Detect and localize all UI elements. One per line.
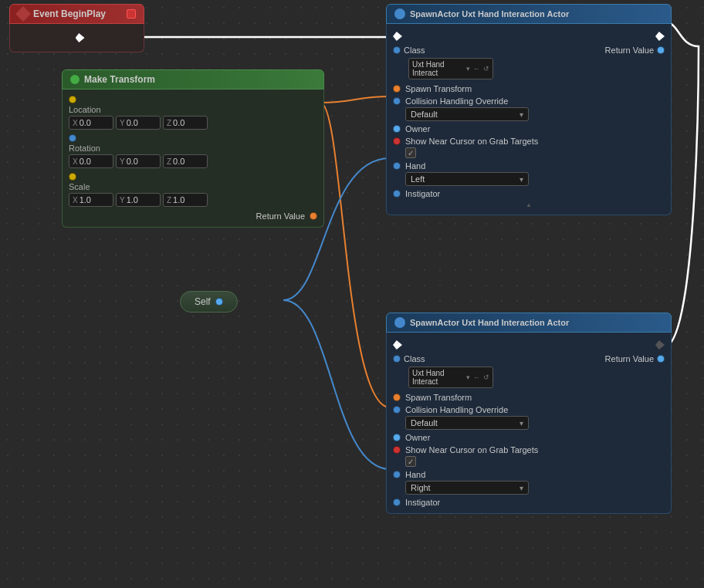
- spawn2-exec-out[interactable]: [655, 340, 665, 350]
- spawn1-collision-pin[interactable]: [393, 97, 401, 105]
- location-x[interactable]: X 0.0: [69, 116, 113, 130]
- spawn2-show-near-checkbox[interactable]: ✓: [405, 456, 416, 467]
- spawn2-instigator-label: Instigator: [405, 498, 440, 507]
- spawn2-owner-pin[interactable]: [393, 434, 401, 441]
- scale-label: Scale: [69, 182, 317, 191]
- spawn1-return-label: Return Value: [605, 46, 654, 55]
- spawn-actor-2-header: SpawnActor Uxt Hand Interaction Actor: [386, 313, 672, 333]
- event-begin-play-node: Event BeginPlay: [9, 4, 144, 52]
- spawn1-transform-pin[interactable]: [393, 85, 401, 93]
- spawn1-collision-dropdown[interactable]: Default ▾: [405, 107, 529, 121]
- spawn1-class-input[interactable]: Uxt Hand Interact ▾ ← ↺: [408, 58, 493, 79]
- spawn2-collision-dropdown[interactable]: Default ▾: [405, 416, 529, 430]
- spawn1-class-label: Class: [404, 46, 425, 55]
- spawn2-instigator-pin[interactable]: [393, 498, 401, 506]
- scale-x[interactable]: X 1.0: [69, 193, 113, 207]
- spawn1-show-near-pin[interactable]: [393, 137, 401, 145]
- event-icon: [15, 6, 31, 22]
- spawn1-hand-dropdown[interactable]: Left ▾: [405, 172, 529, 186]
- event-begin-play-header: Event BeginPlay: [9, 4, 144, 24]
- spawn1-hand-pin[interactable]: [393, 162, 401, 170]
- rotation-x[interactable]: X 0.0: [69, 154, 113, 168]
- spawn-actor-1-node: SpawnActor Uxt Hand Interaction Actor Cl…: [386, 4, 672, 215]
- return-value-label: Return Value: [256, 211, 305, 221]
- spawn2-return-label: Return Value: [605, 354, 654, 363]
- make-transform-header: Make Transform: [62, 69, 324, 90]
- spawn1-show-near-checkbox[interactable]: ✓: [405, 147, 416, 158]
- rotation-label: Rotation: [69, 144, 317, 153]
- spawn2-hand-dropdown[interactable]: Right ▾: [405, 481, 529, 495]
- spawn-icon-1: [394, 8, 405, 19]
- spawn2-owner-label: Owner: [405, 433, 430, 442]
- spawn1-owner-label: Owner: [405, 124, 430, 133]
- spawn2-show-near-pin[interactable]: [393, 446, 401, 454]
- location-y[interactable]: Y 0.0: [116, 116, 161, 130]
- spawn-actor-2-node: SpawnActor Uxt Hand Interaction Actor Cl…: [386, 313, 672, 514]
- spawn1-collision-label: Collision Handling Override: [405, 96, 508, 106]
- self-node: Self: [180, 291, 238, 313]
- return-value-pin[interactable]: [310, 212, 317, 220]
- spawn1-scroll[interactable]: ▲: [387, 200, 671, 210]
- spawn2-return-pin[interactable]: [657, 355, 665, 363]
- location-label: Location: [69, 105, 317, 114]
- spawn-icon-2: [394, 317, 405, 328]
- spawn2-hand-pin[interactable]: [393, 471, 401, 478]
- scale-y[interactable]: Y 1.0: [116, 193, 161, 207]
- make-transform-title: Make Transform: [84, 74, 155, 85]
- spawn2-exec-in[interactable]: [393, 340, 402, 350]
- spawn2-class-label: Class: [404, 354, 425, 363]
- spawn1-hand-label: Hand: [405, 161, 425, 171]
- spawn1-class-value: Uxt Hand Interact: [412, 60, 463, 77]
- spawn2-class-input[interactable]: Uxt Hand Interact ▾ ← ↺: [408, 367, 493, 388]
- spawn1-transform-label: Spawn Transform: [405, 84, 472, 93]
- spawn2-collision-label: Collision Handling Override: [405, 405, 508, 414]
- event-begin-play-title: Event BeginPlay: [33, 8, 106, 19]
- rotation-pin[interactable]: [69, 134, 76, 142]
- spawn1-exec-out[interactable]: [655, 32, 665, 41]
- begin-play-exec-out[interactable]: [76, 33, 85, 42]
- spawn-actor-1-title: SpawnActor Uxt Hand Interaction Actor: [410, 9, 569, 19]
- location-z[interactable]: Z 0.0: [163, 116, 208, 130]
- spawn1-instigator-pin[interactable]: [393, 190, 401, 198]
- spawn2-transform-label: Spawn Transform: [405, 393, 472, 402]
- scale-z[interactable]: Z 1.0: [163, 193, 208, 207]
- spawn1-owner-pin[interactable]: [393, 125, 401, 133]
- spawn1-instigator-label: Instigator: [405, 189, 440, 198]
- transform-icon: [70, 75, 80, 84]
- spawn1-exec-in[interactable]: [393, 32, 402, 41]
- spawn2-class-pin[interactable]: [393, 355, 401, 363]
- spawn2-collision-pin[interactable]: [393, 406, 401, 414]
- location-pin[interactable]: [69, 96, 76, 103]
- spawn1-return-pin[interactable]: [657, 46, 665, 54]
- spawn2-show-near-label: Show Near Cursor on Grab Targets: [405, 445, 538, 455]
- rotation-y[interactable]: Y 0.0: [116, 154, 161, 168]
- debug-icon[interactable]: [127, 9, 136, 19]
- scale-pin[interactable]: [69, 173, 76, 181]
- spawn-actor-2-title: SpawnActor Uxt Hand Interaction Actor: [410, 318, 569, 327]
- spawn-actor-1-header: SpawnActor Uxt Hand Interaction Actor: [386, 4, 672, 24]
- self-pin[interactable]: [215, 298, 223, 306]
- spawn2-transform-pin[interactable]: [393, 394, 401, 401]
- spawn1-show-near-label: Show Near Cursor on Grab Targets: [405, 137, 538, 146]
- spawn1-class-pin[interactable]: [393, 46, 401, 54]
- make-transform-node: Make Transform Location X 0.0 Y 0.0 Z 0.…: [62, 69, 324, 228]
- rotation-z[interactable]: Z 0.0: [163, 154, 208, 168]
- self-label: Self: [195, 296, 211, 307]
- spawn2-hand-label: Hand: [405, 470, 425, 479]
- spawn2-class-value: Uxt Hand Interact: [412, 369, 463, 386]
